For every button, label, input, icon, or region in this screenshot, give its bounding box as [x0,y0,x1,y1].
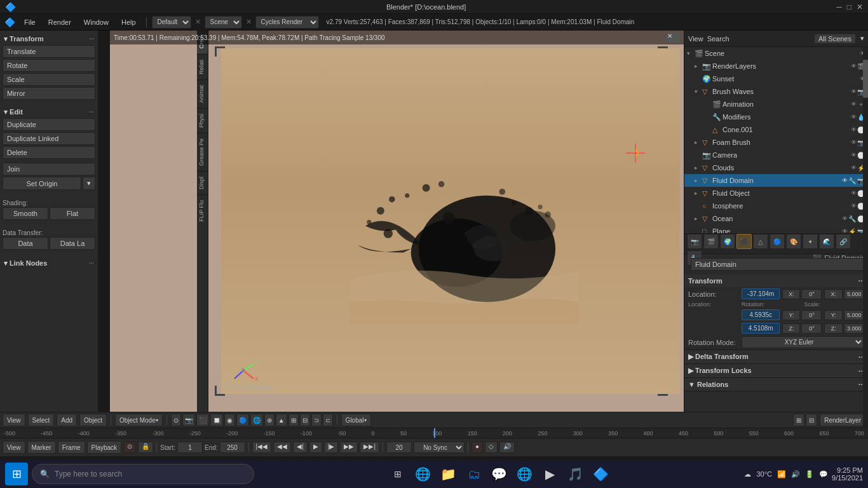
transform-properties-header[interactable]: Transform ··· [684,274,868,287]
brush-waves-eye-icon[interactable]: 👁 [851,88,857,95]
timeline-record-btn[interactable]: ⊙ [123,442,136,453]
outliner-item-brush-waves[interactable]: ▾ ▽ Brush Waves 👁 📷 [684,85,868,98]
foam-brush-eye-icon[interactable]: 👁 [851,139,857,146]
prop-world-btn[interactable]: 🌍 [720,234,735,249]
edit-menu-dots[interactable]: ··· [89,109,94,116]
prop-mesh-btn[interactable]: △ [753,234,768,249]
outliner-item-ocean[interactable]: ▸ ▽ Ocean 👁 🔧 ⚪ [684,212,868,225]
viewport-icon-7[interactable]: 🌐 [250,414,263,426]
timeline-marker-btn[interactable]: Marker [27,441,56,454]
maximize-button[interactable]: □ [847,3,851,11]
taskbar-icon-taskview[interactable]: ⊞ [386,463,409,485]
fluid-domain-eye-icon[interactable]: 👁 [842,177,848,184]
menu-file[interactable]: File [19,17,41,28]
scale-x-val[interactable]: 5.000 [844,289,864,299]
viewport-icon-9[interactable]: ▲ [276,414,287,426]
outliner-expand-foam-brush[interactable]: ▸ [695,139,702,146]
viewport-icon-11[interactable]: ⊟ [300,414,310,426]
outliner-view-label[interactable]: View [688,35,703,43]
animation-eye-icon[interactable]: 👁 [851,101,857,107]
taskbar-icon-mail[interactable]: 💬 [488,463,511,485]
transform-locks-header[interactable]: ▶ Transform Locks ··· [684,364,868,377]
render-layer-btn[interactable]: RenderLayer [820,414,865,426]
record-btn[interactable]: ● [471,442,483,453]
rot-x-input[interactable]: X: [782,289,800,299]
mode-select-btn[interactable]: Object Mode [115,414,163,426]
workspace-select[interactable]: Default [152,16,191,29]
viewport-icon-13[interactable]: ⊂ [323,414,333,426]
scale-z-val[interactable]: 3.000 [844,323,864,334]
loc-y-input[interactable]: 4.5935c [742,309,780,320]
taskbar-icon-media[interactable]: ▶ [539,463,562,485]
plane-action-icon[interactable]: ⚡ [848,228,857,234]
timeline-frame-btn[interactable]: Frame [58,441,85,454]
side-tab-physi[interactable]: Physi [197,108,208,133]
sync-select[interactable]: No Sync [414,442,465,453]
viewport-icon-3[interactable]: ⬛ [196,414,209,426]
loc-x-input[interactable]: -37.104m [742,288,780,299]
cone001-eye-icon[interactable]: 👁 [851,126,857,133]
outliner-item-sunset[interactable]: ▸ 🌍 Sunset 👁 [684,72,868,85]
menu-window[interactable]: Window [79,17,114,28]
object-menu-btn[interactable]: Object [79,414,107,426]
scene-select[interactable]: Scene [205,16,242,29]
loc-z-input[interactable]: 4.5108m [742,323,780,334]
view-menu-btn[interactable]: View [3,414,25,426]
prop-texture-btn[interactable]: 🎨 [786,234,801,249]
side-tab-animat[interactable]: Animat [197,79,208,108]
scale-button[interactable]: Scale [3,73,95,86]
taskbar-icon-store[interactable]: 🗂 [463,463,485,485]
viewport-icon-12[interactable]: ⊃ [311,414,322,426]
rot-x-val[interactable]: 0° [801,289,822,299]
ocean-eye-icon[interactable]: 👁 [842,215,848,222]
timeline-view-btn[interactable]: View [3,441,25,454]
start-frame-input[interactable] [177,442,203,453]
join-button[interactable]: Join [3,163,95,175]
side-tab-relati[interactable]: Relati [197,54,208,79]
outliner-dropdown[interactable]: ▾ [860,34,864,43]
data-button[interactable]: Data [3,237,48,250]
scale-y-val[interactable]: 5.000 [844,310,864,320]
outliner-expand-scene[interactable]: ▾ [687,50,695,57]
start-button[interactable]: ⊞ [5,463,28,485]
data-la-button[interactable]: Data La [50,237,95,250]
camera-eye-icon[interactable]: 👁 [851,152,857,158]
clouds-eye-icon[interactable]: 👁 [851,165,857,171]
prev-keyframe-btn[interactable]: ◀| [293,442,308,453]
delta-transform-header[interactable]: ▶ Delta Transform ··· [684,350,868,363]
viewport[interactable]: Time:00:53.71 | Remaining:20:53.39 | Mem… [110,30,684,412]
side-tab-grease-pe[interactable]: Grease Pe [197,133,208,171]
right-icon-1[interactable]: ⊞ [793,414,804,426]
outliner-item-fluid-domain[interactable]: ▸ ▽ Fluid Domain 👁 🔧 📷 [684,174,868,187]
close-button[interactable]: ✕ [857,3,863,11]
viewport-controls[interactable]: ✕ [667,32,680,43]
plane-eye-icon[interactable]: 👁 [842,228,848,234]
fps-input[interactable] [386,442,412,453]
outliner-expand-fluid-domain[interactable]: ▸ [695,177,702,184]
transform-section-header[interactable]: ▾ Transform ··· [3,33,95,45]
menu-help[interactable]: Help [116,17,141,28]
viewport-icon-2[interactable]: 📷 [182,414,195,426]
taskbar-clock[interactable]: 9:25 PM 9/15/2021 [832,466,863,482]
taskbar-icon-edge[interactable]: 🌐 [412,463,435,485]
window-controls[interactable]: ─ □ ✕ [836,3,863,11]
prop-constraints-btn[interactable]: 🔗 [836,234,851,249]
outliner-scrollbar-thumb[interactable] [863,60,868,98]
minimize-button[interactable]: ─ [836,3,842,11]
side-tab-displ[interactable]: Displ [197,171,208,194]
outliner-expand-clouds[interactable]: ▸ [695,165,702,171]
viewport-icon-4[interactable]: 🔲 [210,414,223,426]
object-name-input[interactable] [691,258,867,271]
set-origin-button[interactable]: Set Origin [3,177,81,190]
outliner-item-plane[interactable]: ▸ □ Plane 👁 ⚡ 📷 [684,225,868,234]
viewport-icon-1[interactable]: ⊙ [171,414,181,426]
render-engine-select[interactable]: Cycles Render [255,16,319,29]
viewport-icon-6[interactable]: 🔵 [236,414,249,426]
outliner-item-scene[interactable]: ▾ 🎬 Scene 👁 [684,47,868,60]
notification-icon[interactable]: 💬 [819,470,828,478]
outliner-search-label[interactable]: Search [707,35,729,43]
relations-header[interactable]: ▼ Relations ··· [684,378,868,391]
duplicate-linked-button[interactable]: Duplicate Linked [3,132,95,145]
viewport-icon-5[interactable]: ◉ [224,414,235,426]
outliner-all-scenes[interactable]: All Scenes [815,34,855,43]
